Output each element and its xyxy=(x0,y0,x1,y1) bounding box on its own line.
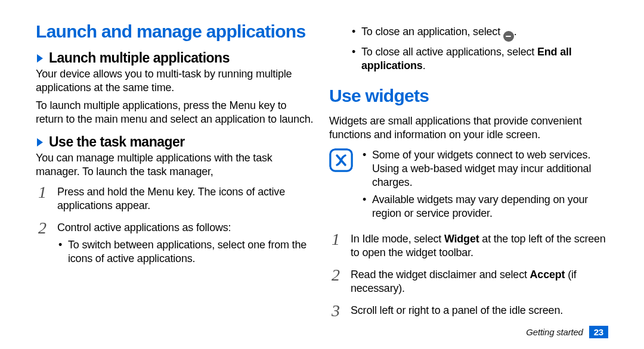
content-columns: Launch and manage applications Launch mu… xyxy=(36,21,608,326)
bullet-text-tail: . xyxy=(423,60,426,71)
widget-steps: In Idle mode, select Widget at the top l… xyxy=(329,232,608,317)
heading-launch-manage: Launch and manage applications xyxy=(36,21,315,42)
list-item: Press and hold the Menu key. The icons o… xyxy=(36,185,315,213)
list-item: Read the widget disclaimer and select Ac… xyxy=(329,268,608,295)
subheading-task-manager-row: Use the task manager xyxy=(36,134,315,150)
paragraph: You can manage multiple applications wit… xyxy=(36,151,315,178)
note-icon xyxy=(329,148,353,172)
footer-section-label: Getting started xyxy=(526,327,583,337)
list-item: To switch between applications, select o… xyxy=(57,238,315,266)
bullet-text: To close an application, select xyxy=(361,26,503,38)
chevron-right-icon xyxy=(36,137,44,148)
svg-marker-0 xyxy=(37,54,43,63)
right-column: To close an application, select . To clo… xyxy=(329,21,608,326)
list-item: To close all active applications, select… xyxy=(351,45,608,73)
list-item: Scroll left or right to a panel of the i… xyxy=(329,304,608,317)
task-manager-steps: Press and hold the Menu key. The icons o… xyxy=(36,185,315,266)
page-number-badge: 23 xyxy=(589,326,608,338)
paragraph: To launch multiple applications, press t… xyxy=(36,99,315,126)
svg-marker-1 xyxy=(37,138,43,147)
left-column: Launch and manage applications Launch mu… xyxy=(36,21,315,326)
step-text: Read the widget disclaimer and select xyxy=(351,269,530,281)
subheading-task-manager: Use the task manager xyxy=(49,134,185,150)
step-text: Control active applications as follows: xyxy=(57,222,231,233)
bullet-text: To close all active applications, select xyxy=(361,46,537,58)
subheading-launch-multiple: Launch multiple applications xyxy=(49,50,230,66)
heading-use-widgets: Use widgets xyxy=(329,86,608,106)
subheading-launch-multiple-row: Launch multiple applications xyxy=(36,50,315,66)
note-bullets: Some of your widgets connect to web serv… xyxy=(361,148,608,224)
chevron-right-icon xyxy=(36,53,44,64)
paragraph: Widgets are small applications that prov… xyxy=(329,114,608,141)
bullet-text: Available widgets may vary depending on … xyxy=(372,194,588,219)
list-item: Some of your widgets connect to web serv… xyxy=(361,148,608,189)
info-note: Some of your widgets connect to web serv… xyxy=(329,148,608,224)
close-app-bullets: To close an application, select . To clo… xyxy=(329,25,608,73)
step-text: Scroll left or right to a panel of the i… xyxy=(351,304,563,316)
bold-text: Widget xyxy=(444,233,479,245)
bullet-text: Some of your widgets connect to web serv… xyxy=(372,149,591,188)
sub-bullets: To switch between applications, select o… xyxy=(57,238,315,266)
step-text: Press and hold the Menu key. The icons o… xyxy=(57,186,285,211)
bullet-text-tail: . xyxy=(514,26,517,38)
list-item: Control active applications as follows: … xyxy=(36,221,315,266)
step-text: In Idle mode, select xyxy=(351,233,444,245)
paragraph: Your device allows you to multi-task by … xyxy=(36,67,315,94)
minus-circle-icon xyxy=(503,27,514,42)
list-item: In Idle mode, select Widget at the top l… xyxy=(329,232,608,260)
bold-text: Accept xyxy=(530,269,565,281)
page-footer: Getting started 23 xyxy=(526,326,608,338)
list-item: Available widgets may vary depending on … xyxy=(361,193,608,220)
list-item: To close an application, select . xyxy=(351,25,608,42)
bullet-text: To switch between applications, select o… xyxy=(68,239,306,264)
